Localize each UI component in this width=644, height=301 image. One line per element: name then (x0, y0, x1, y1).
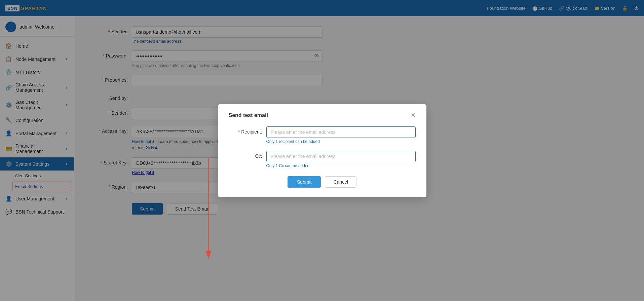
cc-label: Cc: (229, 151, 262, 159)
modal-close-button[interactable]: ✕ (411, 112, 416, 118)
cc-field: Only 1 Cc can be added (266, 151, 416, 168)
modal-title: Send test email (229, 112, 268, 118)
modal-overlay[interactable]: Send test email ✕ * Recipient: Only 1 re… (0, 0, 644, 301)
cc-hint: Only 1 Cc can be added (266, 163, 416, 168)
recipient-input[interactable] (266, 126, 416, 138)
cc-row: Cc: Only 1 Cc can be added (229, 151, 416, 168)
recipient-label: * Recipient: (229, 126, 262, 135)
modal-cancel-button[interactable]: Cancel (325, 176, 356, 188)
modal-header: Send test email ✕ (229, 112, 416, 118)
cc-input[interactable] (266, 151, 416, 162)
recipient-row: * Recipient: Only 1 recipient can be add… (229, 126, 416, 144)
recipient-hint: Only 1 recipient can be added (266, 139, 416, 144)
send-test-email-modal: Send test email ✕ * Recipient: Only 1 re… (218, 104, 426, 197)
recipient-field: Only 1 recipient can be added (266, 126, 416, 144)
modal-submit-button[interactable]: Submit (288, 176, 321, 188)
modal-actions: Submit Cancel (229, 176, 416, 188)
